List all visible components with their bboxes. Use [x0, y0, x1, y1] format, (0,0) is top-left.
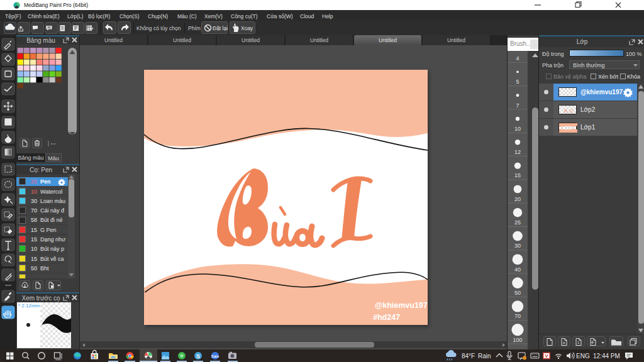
svg-text:84°F: 84°F [462, 353, 475, 359]
svg-text:50: 50 [514, 290, 521, 296]
svg-text:1: 1 [577, 341, 580, 344]
svg-text:25: 25 [514, 219, 521, 226]
svg-text:S: S [196, 353, 200, 359]
svg-text:12:44 PM: 12:44 PM [593, 353, 620, 359]
svg-text:a: a [563, 341, 565, 344]
svg-text:0..C: 0..C [564, 108, 574, 114]
svg-text:4: 4 [516, 55, 519, 62]
svg-text:15: 15 [514, 172, 521, 178]
svg-text:40: 40 [514, 266, 521, 273]
svg-text:30: 30 [514, 243, 521, 249]
svg-text:ENG: ENG [576, 353, 590, 359]
svg-text:V: V [545, 353, 548, 359]
svg-text:20: 20 [514, 196, 521, 202]
svg-text:Zalo: Zalo [211, 354, 219, 358]
svg-text:5: 5 [516, 79, 519, 85]
svg-text:100: 100 [513, 337, 522, 343]
svg-text:12: 12 [514, 149, 521, 155]
svg-text:10: 10 [514, 126, 521, 132]
svg-text:@khiemvu197: @khiemvu197 [375, 301, 428, 310]
svg-text:#hd247: #hd247 [373, 313, 400, 322]
svg-text:Rain: Rain [478, 353, 491, 359]
svg-text:70: 70 [514, 313, 521, 319]
svg-text:7: 7 [516, 102, 519, 109]
